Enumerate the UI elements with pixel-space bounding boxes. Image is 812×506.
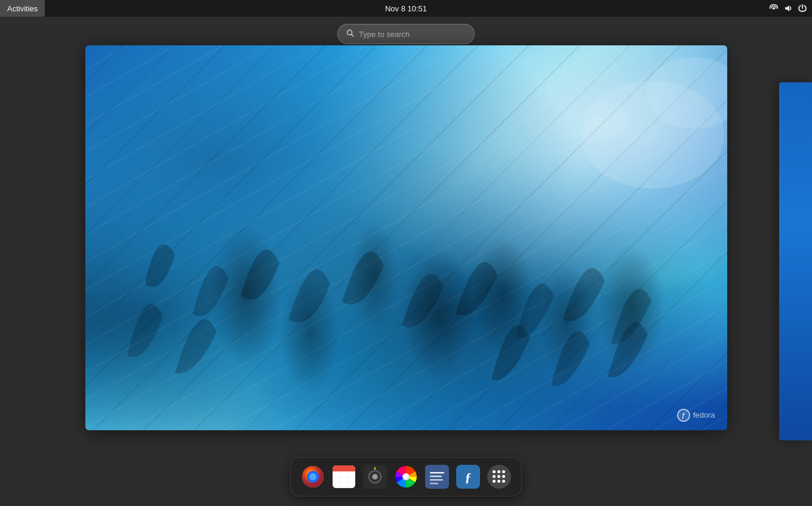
dock-item-color[interactable] <box>392 463 420 490</box>
clock-display: Nov 8 10:51 <box>385 4 427 13</box>
dock-item-text-editor[interactable] <box>423 463 451 490</box>
app-grid-dots <box>493 470 506 483</box>
svg-rect-18 <box>430 479 443 481</box>
power-icon[interactable] <box>798 4 807 13</box>
workspace-main-thumbnail[interactable]: ƒ fedora <box>85 45 727 430</box>
svg-point-14 <box>404 474 408 479</box>
fedora-logo-mark: ƒ <box>677 409 690 422</box>
svg-text:ƒ: ƒ <box>465 470 472 485</box>
svg-point-2 <box>581 81 724 189</box>
second-wallpaper <box>779 82 812 440</box>
workspace-area: ƒ fedora <box>0 17 812 506</box>
dock-item-rhythmbox[interactable] <box>361 463 389 490</box>
svg-rect-19 <box>430 483 438 485</box>
activities-button[interactable]: Activities <box>0 0 45 17</box>
system-tray <box>769 0 807 17</box>
svg-point-0 <box>773 7 775 10</box>
wallpaper-background: ƒ fedora <box>85 45 727 430</box>
top-bar: Activities Nov 8 10:51 <box>0 0 812 17</box>
network-icon[interactable] <box>769 4 779 13</box>
dock: ƒ <box>290 457 522 496</box>
workspace-second-thumbnail[interactable] <box>779 82 812 440</box>
dock-item-fedora-software[interactable]: ƒ <box>454 463 482 490</box>
dock-item-calendar[interactable] <box>330 463 358 490</box>
sound-tray-icon[interactable] <box>783 4 793 13</box>
svg-point-7 <box>309 473 316 480</box>
svg-rect-17 <box>430 476 442 477</box>
dock-item-firefox[interactable] <box>299 463 327 490</box>
svg-point-3 <box>647 57 727 129</box>
fedora-logo-text: fedora <box>693 411 715 419</box>
svg-rect-16 <box>430 472 444 474</box>
dock-item-app-grid[interactable] <box>485 463 513 490</box>
fedora-logo: ƒ fedora <box>677 409 715 422</box>
svg-point-11 <box>374 476 376 478</box>
